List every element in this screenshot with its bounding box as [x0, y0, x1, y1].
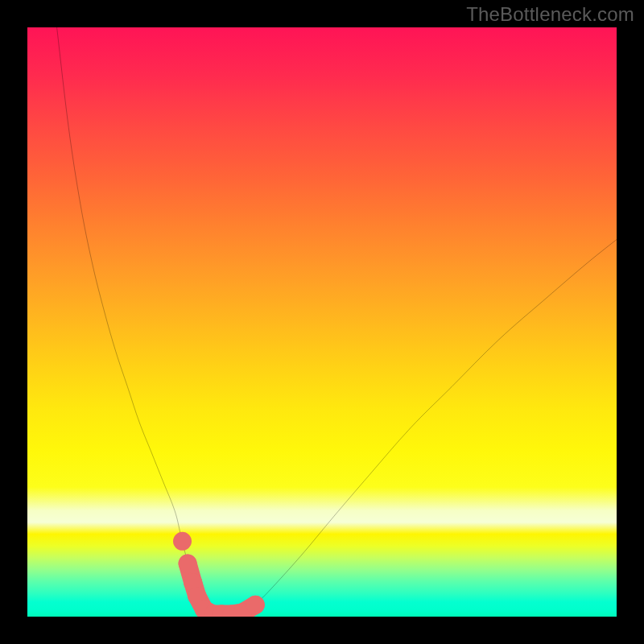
left-curve — [57, 27, 217, 615]
tick-marker — [246, 596, 265, 614]
chart-frame: TheBottleneck.com — [0, 0, 644, 644]
tick-marker — [173, 532, 192, 551]
curve-layer — [27, 27, 617, 617]
marker-group — [173, 532, 265, 617]
plot-area — [27, 27, 617, 617]
right-curve — [240, 240, 617, 615]
watermark-text: TheBottleneck.com — [466, 3, 634, 26]
tick-marker — [179, 555, 197, 573]
